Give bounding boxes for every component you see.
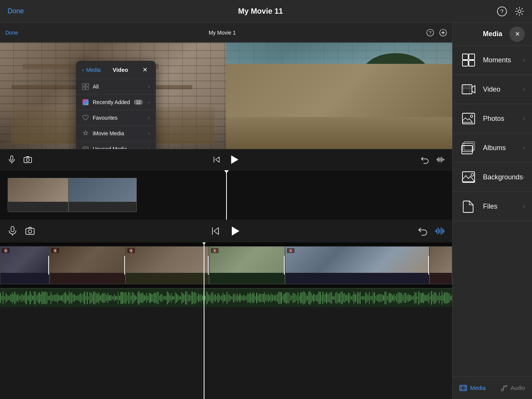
help-button[interactable]: ? bbox=[497, 6, 507, 16]
movie-title: My Movie 11 bbox=[238, 7, 283, 15]
timeline-right-controls bbox=[417, 226, 445, 236]
camera-button[interactable] bbox=[25, 226, 35, 236]
done-button[interactable]: Done bbox=[8, 7, 24, 15]
clip-item-6[interactable] bbox=[429, 246, 452, 284]
top-bar-left: Done bbox=[8, 7, 24, 15]
right-panel: Media ✕ Moments › bbox=[452, 23, 532, 399]
question-circle-icon-small: ? bbox=[426, 29, 434, 36]
chevron-right-icon-5: › bbox=[148, 146, 150, 149]
dropdown-recently-added-label: Recently Added bbox=[93, 99, 130, 105]
svg-rect-30 bbox=[462, 146, 472, 154]
panel-tab-media[interactable]: Media bbox=[453, 377, 492, 399]
dropdown-item-imovie-media[interactable]: iMovie Media › bbox=[76, 126, 156, 141]
waveform-display bbox=[0, 289, 452, 307]
panel-tab-audio[interactable]: Audio bbox=[492, 377, 532, 399]
dropdown-all-label: All bbox=[93, 84, 99, 90]
dropdown-header: ‹ Media Video ✕ bbox=[76, 61, 156, 79]
svg-rect-20 bbox=[469, 54, 475, 60]
media-item-files[interactable]: Files › bbox=[453, 192, 532, 221]
chevron-right-icon-3: › bbox=[148, 115, 150, 120]
mute-icon-5: 🔇 bbox=[287, 248, 294, 253]
photos-chevron: › bbox=[523, 115, 525, 122]
dropdown-item-recently-added[interactable]: Recently Added 12 › bbox=[76, 95, 156, 110]
svg-point-32 bbox=[471, 174, 474, 176]
clip-item-5[interactable]: 🔇 bbox=[285, 246, 429, 284]
waveform-icon bbox=[436, 155, 445, 164]
clip-item-4[interactable]: 🔇 bbox=[209, 246, 285, 284]
microphone-icon bbox=[8, 155, 16, 164]
dropdown-title: Video bbox=[113, 66, 128, 73]
media-item-video[interactable]: Video › bbox=[453, 75, 532, 104]
inner-controls-bar bbox=[0, 149, 452, 170]
dropdown-close-button[interactable]: ✕ bbox=[140, 65, 150, 74]
video-right-frame bbox=[226, 43, 452, 149]
mute-icon-2: 🔇 bbox=[51, 248, 59, 253]
settings-button[interactable] bbox=[515, 6, 524, 16]
rewind-button[interactable] bbox=[211, 226, 220, 236]
svg-rect-13 bbox=[11, 156, 13, 160]
dropdown-back-nav[interactable]: ‹ Media bbox=[82, 67, 101, 73]
media-item-albums[interactable]: Albums › bbox=[453, 133, 532, 163]
controls-left bbox=[8, 155, 32, 164]
skip-back-icon-tl bbox=[211, 226, 220, 236]
top-bar-center: My Movie 11 bbox=[24, 7, 497, 16]
undo-icon-tl bbox=[417, 226, 427, 236]
play-button[interactable] bbox=[228, 224, 242, 238]
backgrounds-label: Backgrounds bbox=[483, 173, 523, 181]
media-item-moments[interactable]: Moments › bbox=[453, 46, 532, 75]
inner-undo-button[interactable] bbox=[420, 155, 429, 164]
dropdown-item-all[interactable]: All › bbox=[76, 79, 156, 95]
inner-title: My Movie 1 bbox=[209, 30, 236, 36]
video-label: Video bbox=[483, 86, 500, 93]
chevron-right-icon-2: › bbox=[148, 100, 150, 105]
svg-rect-22 bbox=[469, 60, 475, 66]
clip-item-3[interactable]: 🔇 bbox=[125, 246, 209, 284]
inner-camera-button[interactable] bbox=[24, 155, 32, 164]
undo-button[interactable] bbox=[417, 226, 427, 236]
top-bar: Done My Movie 11 ? bbox=[0, 0, 532, 23]
inner-add-button[interactable] bbox=[439, 29, 447, 36]
plus-circle-icon bbox=[439, 29, 447, 36]
clip-item-2[interactable]: 🔇 bbox=[49, 246, 125, 284]
svg-point-27 bbox=[470, 115, 473, 117]
clip-item-1[interactable]: 🔇 bbox=[0, 246, 49, 284]
inner-mic-button[interactable] bbox=[8, 155, 16, 164]
dropdown-unused-media-label: Unused Media bbox=[93, 146, 127, 149]
skip-back-icon bbox=[212, 155, 221, 164]
dropdown-item-unused-media[interactable]: Unused Media › bbox=[76, 141, 156, 149]
inner-clip-1 bbox=[8, 178, 68, 212]
inner-done-button[interactable]: Done bbox=[5, 30, 18, 36]
inner-clips-area bbox=[0, 170, 452, 220]
dropdown-overlay: ‹ Media Video ✕ All bbox=[76, 61, 156, 149]
grid-icon bbox=[82, 83, 89, 90]
inner-rewind-button[interactable] bbox=[212, 155, 221, 164]
microphone-icon-tl bbox=[8, 226, 17, 236]
waveform-button[interactable] bbox=[435, 226, 445, 236]
panel-close-button[interactable]: ✕ bbox=[510, 27, 525, 42]
box-icon bbox=[82, 146, 89, 149]
panel-tab-media-label: Media bbox=[470, 385, 486, 391]
svg-point-2 bbox=[518, 10, 521, 13]
albums-chevron: › bbox=[523, 144, 525, 151]
main-content: Done My Movie 1 ? bbox=[0, 23, 532, 399]
undo-icon bbox=[420, 155, 429, 164]
svg-rect-6 bbox=[82, 84, 85, 86]
panel-bottom-tabs: Media Audio bbox=[453, 376, 532, 399]
dropdown-item-favourites[interactable]: Favourites › bbox=[76, 110, 156, 126]
inner-waveform-button[interactable] bbox=[436, 155, 445, 164]
panel-title: Media bbox=[475, 30, 510, 38]
mute-icon-3: 🔇 bbox=[127, 248, 135, 253]
svg-rect-25 bbox=[469, 85, 470, 94]
main-playhead-arrow bbox=[202, 242, 206, 245]
chevron-right-icon-4: › bbox=[148, 131, 150, 136]
question-circle-icon: ? bbox=[497, 6, 507, 16]
mic-button[interactable] bbox=[8, 226, 17, 236]
backgrounds-chevron: › bbox=[523, 174, 525, 180]
inner-play-button[interactable] bbox=[228, 154, 240, 165]
controls-center bbox=[212, 154, 240, 165]
media-item-backgrounds[interactable]: Backgrounds › bbox=[453, 163, 532, 192]
media-item-photos[interactable]: Photos › bbox=[453, 104, 532, 133]
play-icon-tl bbox=[228, 224, 242, 238]
timeline-center-controls bbox=[211, 224, 242, 238]
inner-help-button[interactable]: ? bbox=[426, 29, 434, 36]
